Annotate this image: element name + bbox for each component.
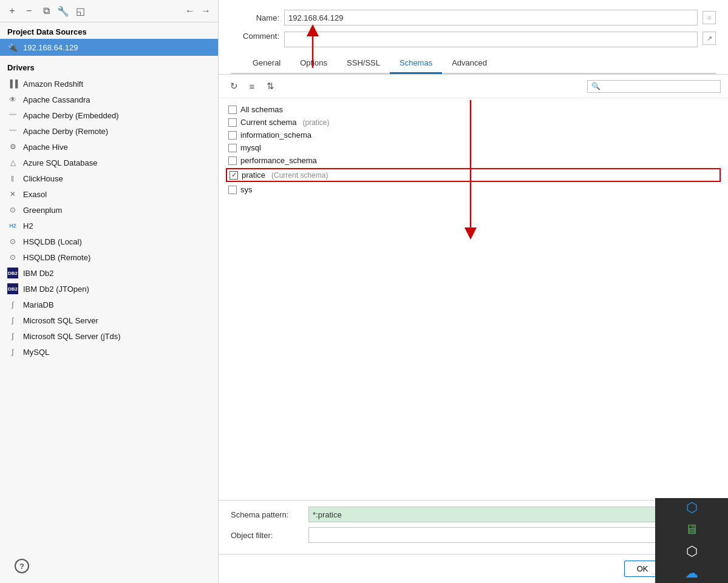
schemas-toolbar: ↻ ≡ ⇅ 🔍: [219, 75, 728, 98]
tab-advanced[interactable]: Advanced: [442, 53, 497, 74]
drivers-title: Drivers: [0, 56, 218, 76]
schemas-content: ↻ ≡ ⇅ 🔍 All schemas Current schema: [219, 75, 728, 500]
remove-button[interactable]: −: [22, 4, 36, 18]
list-item[interactable]: ∫ Microsoft SQL Server: [0, 312, 218, 328]
schema-item-performance[interactable]: performance_schema: [226, 154, 721, 167]
schema-item-all[interactable]: All schemas: [226, 103, 721, 116]
list-item[interactable]: 〰 Apache Derby (Remote): [0, 123, 218, 139]
schema-list: All schemas Current schema (pratice) inf…: [219, 98, 728, 500]
apache-cassandra-icon: 👁: [7, 94, 18, 105]
schema-item-current[interactable]: Current schema (pratice): [226, 116, 721, 129]
list-item[interactable]: ⚙ Apache Hive: [0, 139, 218, 155]
list-item[interactable]: ▐▐ Amazon Redshift: [0, 76, 218, 92]
driver-name: Exasol: [23, 190, 47, 199]
driver-name: Greenplum: [23, 206, 62, 215]
right-panel: Name: ○ Comment: ↗ General Options SSH/S…: [219, 0, 728, 583]
schema-checkbox-current[interactable]: [228, 118, 237, 127]
usb-icon[interactable]: ⬡: [682, 544, 701, 559]
search-input[interactable]: [603, 82, 716, 91]
mssql-icon: ∫: [7, 315, 18, 326]
data-source-name: 192.168.64.129: [23, 43, 78, 52]
driver-name: IBM Db2 (JTOpen): [23, 285, 89, 294]
driver-name: Apache Derby (Embedded): [23, 111, 119, 120]
tab-ssh-ssl[interactable]: SSH/SSL: [337, 53, 390, 74]
schema-checkbox-info[interactable]: [228, 131, 237, 140]
list-item[interactable]: ⊙ Greenplum: [0, 202, 218, 218]
schema-checkbox-pratice[interactable]: ✓: [230, 171, 238, 180]
comment-row: Comment: ↗: [231, 32, 716, 47]
left-panel: + − ⧉ 🔧 ◱ ← → Project Data Sources 🔌 192…: [0, 0, 219, 583]
data-source-item[interactable]: 🔌 192.168.64.129: [0, 39, 218, 56]
schema-item-mysql[interactable]: mysql: [226, 141, 721, 154]
collapse-button[interactable]: ◱: [73, 4, 87, 18]
search-icon: 🔍: [591, 82, 600, 90]
h2-icon: H2: [7, 220, 18, 231]
schema-name-mysql: mysql: [240, 143, 261, 152]
list-item[interactable]: ⫿ ClickHouse: [0, 170, 218, 186]
object-filter-label: Object filter:: [231, 531, 304, 540]
back-button[interactable]: ←: [183, 4, 197, 18]
bluetooth-icon[interactable]: ⬡: [682, 500, 701, 516]
taskbar-overlay: ⬡ 🖥 ⬡ ☁: [655, 498, 728, 583]
list-item[interactable]: ∫ Microsoft SQL Server (jTds): [0, 328, 218, 344]
list-item[interactable]: DB2 IBM Db2 (JTOpen): [0, 281, 218, 297]
refresh-button[interactable]: ↻: [226, 78, 242, 94]
driver-name: Microsoft SQL Server (jTds): [23, 332, 121, 341]
comment-input[interactable]: [284, 32, 698, 47]
copy-button[interactable]: ⧉: [39, 4, 53, 18]
project-data-sources-title: Project Data Sources: [0, 22, 218, 39]
list-item[interactable]: H2 H2: [0, 218, 218, 234]
driver-name: MariaDB: [23, 300, 54, 309]
comment-expand-button[interactable]: ↗: [702, 32, 716, 45]
schema-hint-pratice: (Current schema): [271, 171, 328, 180]
name-expand-button[interactable]: ○: [702, 11, 716, 24]
schema-checkbox-performance[interactable]: [228, 157, 237, 165]
hsqldb-local-icon: ⊙: [7, 236, 18, 247]
apache-hive-icon: ⚙: [7, 141, 18, 152]
tab-schemas[interactable]: Schemas: [390, 53, 442, 74]
list-item[interactable]: ⊙ HSQLDB (Remote): [0, 249, 218, 265]
list-item[interactable]: ✕ Exasol: [0, 186, 218, 202]
schema-name-pratice: pratice: [242, 170, 265, 180]
forward-button[interactable]: →: [199, 4, 213, 18]
schema-item-sys[interactable]: sys: [226, 183, 721, 196]
schema-checkbox-all[interactable]: [228, 106, 237, 114]
mssql-jtds-icon: ∫: [7, 331, 18, 342]
network-icon[interactable]: 🖥: [682, 522, 701, 538]
help-button[interactable]: ?: [15, 559, 29, 573]
tab-options[interactable]: Options: [290, 53, 337, 74]
list-item[interactable]: ∫ MariaDB: [0, 297, 218, 312]
ibm-db2-icon: DB2: [7, 268, 18, 278]
schema-pattern-label: Schema pattern:: [231, 510, 304, 519]
list-item[interactable]: △ Azure SQL Database: [0, 155, 218, 170]
comment-label: Comment:: [231, 32, 279, 41]
list-item[interactable]: 〰 Apache Derby (Embedded): [0, 107, 218, 123]
list-item[interactable]: 👁 Apache Cassandra: [0, 92, 218, 107]
list-item[interactable]: ⊙ HSQLDB (Local): [0, 234, 218, 249]
settings-button[interactable]: 🔧: [56, 4, 70, 18]
schema-pattern-row: Schema pattern:: [231, 507, 716, 522]
tab-general[interactable]: General: [243, 53, 290, 74]
apache-derby-embedded-icon: 〰: [7, 110, 18, 121]
list-item[interactable]: ∫ MySQL: [0, 344, 218, 360]
cloud-icon[interactable]: ☁: [682, 565, 701, 581]
clickhouse-icon: ⫿: [7, 173, 18, 184]
filter-button[interactable]: ≡: [244, 78, 260, 94]
action-buttons: OK Cancel: [219, 554, 728, 583]
schema-item-pratice[interactable]: ✓ pratice (Current schema): [226, 168, 721, 182]
amazon-redshift-icon: ▐▐: [7, 78, 18, 89]
sort-button[interactable]: ⇅: [262, 78, 278, 94]
schema-item-info[interactable]: information_schema: [226, 129, 721, 141]
form-header: Name: ○ Comment: ↗ General Options SSH/S…: [219, 0, 728, 75]
name-input[interactable]: [284, 10, 698, 25]
tabs: General Options SSH/SSL Schemas Advanced: [231, 53, 716, 74]
name-label: Name:: [231, 13, 279, 22]
exasol-icon: ✕: [7, 189, 18, 200]
schema-checkbox-mysql[interactable]: [228, 144, 237, 152]
driver-name: Apache Hive: [23, 143, 68, 152]
list-item[interactable]: DB2 IBM Db2: [0, 265, 218, 281]
add-button[interactable]: +: [5, 4, 19, 18]
schema-checkbox-sys[interactable]: [228, 186, 237, 194]
apache-derby-remote-icon: 〰: [7, 126, 18, 136]
driver-name: Apache Derby (Remote): [23, 127, 108, 136]
